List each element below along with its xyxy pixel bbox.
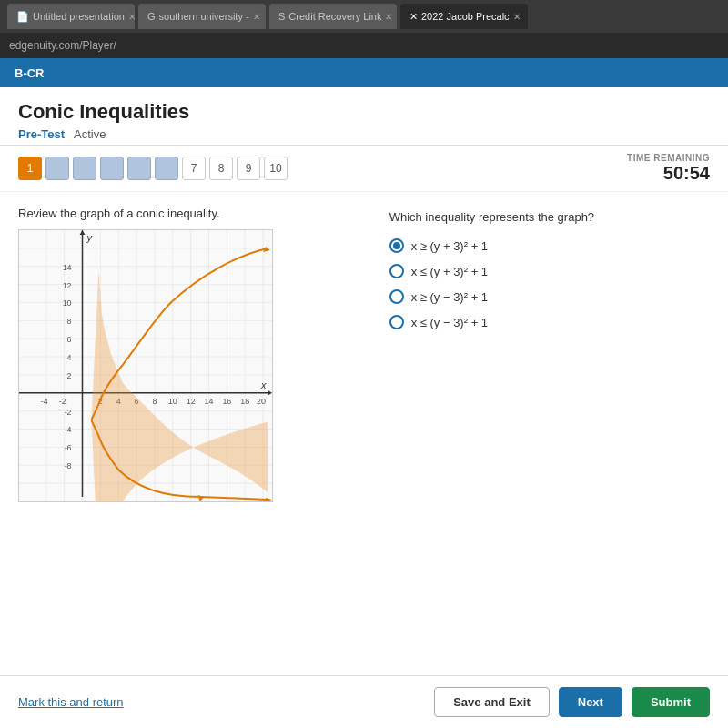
tab-1-icon: 📄 xyxy=(16,11,29,23)
nav-num-7[interactable]: 7 xyxy=(182,157,206,180)
svg-text:12: 12 xyxy=(63,281,72,290)
graph-svg: y x 14 12 10 8 6 4 2 -2 -4 -6 -8 -4 xyxy=(19,230,272,501)
svg-text:18: 18 xyxy=(240,397,249,406)
tab-1-close[interactable]: ✕ xyxy=(128,12,135,22)
footer: Mark this and return Save and Exit Next … xyxy=(0,675,728,728)
address-text: edgenuity.com/Player/ xyxy=(9,39,116,52)
svg-text:10: 10 xyxy=(63,298,72,308)
app-header-label: B-CR xyxy=(15,66,45,80)
radio-c[interactable] xyxy=(389,289,404,304)
nav-num-3[interactable] xyxy=(73,157,96,180)
tab-1-label: Untitled presentation xyxy=(33,11,125,22)
submit-button[interactable]: Submit xyxy=(632,687,710,717)
nav-num-8[interactable]: 8 xyxy=(209,157,233,180)
nav-num-9[interactable]: 9 xyxy=(237,157,260,180)
app-content: Conic Inequalities Pre-Test Active 1 7 8… xyxy=(0,87,728,728)
radio-a[interactable] xyxy=(389,238,404,253)
browser-tabs: 📄 Untitled presentation ✕ G southern uni… xyxy=(0,0,728,33)
answer-options: x ≥ (y + 3)² + 1 x ≤ (y + 3)² + 1 x ≥ (y… xyxy=(389,238,710,329)
svg-text:x: x xyxy=(260,379,267,390)
page-title-section: Conic Inequalities Pre-Test Active xyxy=(0,87,728,146)
svg-text:-4: -4 xyxy=(41,397,48,406)
svg-text:10: 10 xyxy=(168,397,177,406)
app-header-bar: B-CR xyxy=(0,58,728,87)
svg-text:y: y xyxy=(86,232,92,243)
tab-3-close[interactable]: ✕ xyxy=(385,12,392,22)
svg-text:2: 2 xyxy=(67,371,72,380)
left-panel: Review the graph of a conic inequality. xyxy=(18,207,371,661)
next-button[interactable]: Next xyxy=(559,687,622,717)
nav-num-6[interactable] xyxy=(155,157,178,180)
svg-text:-8: -8 xyxy=(65,461,72,470)
subtitle-status: Active xyxy=(74,127,106,141)
option-c-text: x ≥ (y − 3)² + 1 xyxy=(411,290,488,304)
svg-text:-6: -6 xyxy=(65,443,72,452)
tab-4-label: 2022 Jacob Precalc xyxy=(421,11,510,22)
question-nav: 1 7 8 9 10 TIME REMAINING 50:54 xyxy=(0,146,728,192)
svg-text:12: 12 xyxy=(187,397,196,406)
tab-2-icon: G xyxy=(147,11,156,22)
nav-num-10[interactable]: 10 xyxy=(264,157,288,180)
page-subtitle: Pre-Test Active xyxy=(18,127,710,141)
tab-2-label: southern university - xyxy=(159,11,249,22)
nav-num-4[interactable] xyxy=(100,157,124,180)
time-label: TIME REMAINING xyxy=(627,153,710,163)
nav-num-5[interactable] xyxy=(127,157,151,180)
tab-2-close[interactable]: ✕ xyxy=(253,12,260,22)
svg-text:-4: -4 xyxy=(65,425,72,434)
tab-4[interactable]: ✕ 2022 Jacob Precalc ✕ xyxy=(400,4,528,29)
tab-4-close[interactable]: ✕ xyxy=(513,12,521,22)
svg-text:8: 8 xyxy=(152,397,157,406)
graph-container: y x 14 12 10 8 6 4 2 -2 -4 -6 -8 -4 xyxy=(18,229,273,502)
nav-numbers: 1 7 8 9 10 xyxy=(18,157,288,180)
tab-3-icon: S xyxy=(278,11,285,22)
option-c[interactable]: x ≥ (y − 3)² + 1 xyxy=(389,289,710,304)
nav-num-1[interactable]: 1 xyxy=(18,157,42,180)
option-b[interactable]: x ≤ (y + 3)² + 1 xyxy=(389,264,710,278)
right-panel: Which inequality represents the graph? x… xyxy=(389,207,710,661)
svg-text:14: 14 xyxy=(205,397,214,406)
footer-buttons: Save and Exit Next Submit xyxy=(434,687,710,717)
svg-text:14: 14 xyxy=(63,263,72,272)
address-bar: edgenuity.com/Player/ xyxy=(0,33,728,58)
svg-text:20: 20 xyxy=(257,397,266,406)
time-remaining: TIME REMAINING 50:54 xyxy=(627,153,710,184)
save-exit-button[interactable]: Save and Exit xyxy=(434,687,550,717)
radio-d[interactable] xyxy=(389,315,404,329)
option-d[interactable]: x ≤ (y − 3)² + 1 xyxy=(389,315,710,329)
mark-return-link[interactable]: Mark this and return xyxy=(18,695,124,709)
option-d-text: x ≤ (y − 3)² + 1 xyxy=(411,316,488,329)
svg-text:16: 16 xyxy=(222,397,231,406)
option-a[interactable]: x ≥ (y + 3)² + 1 xyxy=(389,238,710,253)
radio-b[interactable] xyxy=(389,264,404,278)
option-a-text: x ≥ (y + 3)² + 1 xyxy=(411,239,488,253)
time-value: 50:54 xyxy=(627,163,710,184)
option-b-text: x ≤ (y + 3)² + 1 xyxy=(411,265,488,278)
svg-text:4: 4 xyxy=(67,353,72,362)
tab-2[interactable]: G southern university - ✕ xyxy=(138,4,266,29)
left-instruction: Review the graph of a conic inequality. xyxy=(18,207,371,220)
question-area: Review the graph of a conic inequality. xyxy=(0,192,728,675)
nav-num-2[interactable] xyxy=(46,157,69,180)
svg-text:6: 6 xyxy=(67,335,72,344)
tab-4-icon: ✕ xyxy=(410,11,418,23)
tab-3[interactable]: S Credit Recovery Link ✕ xyxy=(269,4,397,29)
svg-text:-2: -2 xyxy=(65,408,72,417)
tab-1[interactable]: 📄 Untitled presentation ✕ xyxy=(7,4,135,29)
svg-text:8: 8 xyxy=(67,317,72,326)
tab-3-label: Credit Recovery Link xyxy=(288,11,381,22)
page-title: Conic Inequalities xyxy=(18,100,710,124)
svg-text:-2: -2 xyxy=(59,397,66,406)
subtitle-test: Pre-Test xyxy=(18,127,65,141)
right-question: Which inequality represents the graph? xyxy=(389,210,710,224)
